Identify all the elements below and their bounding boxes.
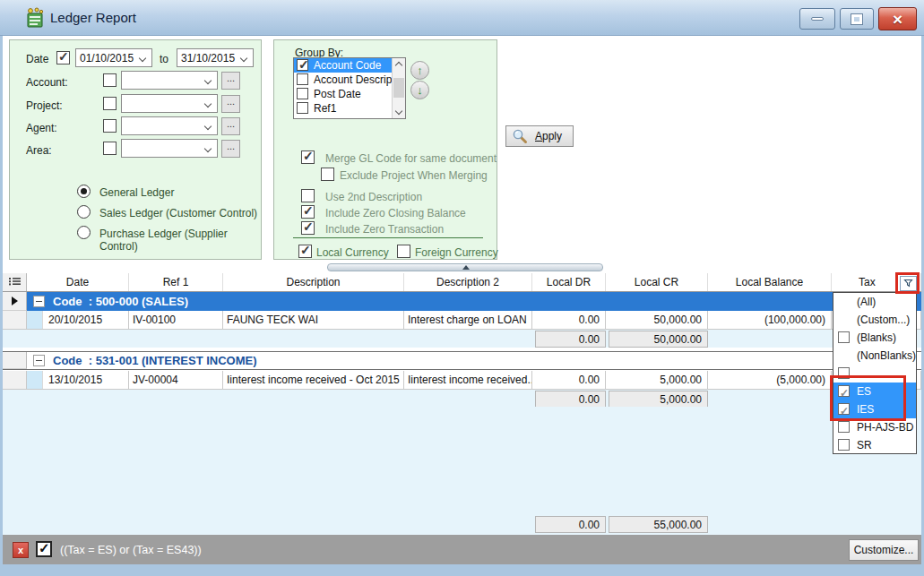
row-selector-header[interactable] (3, 273, 27, 291)
exclude-project-checkbox[interactable] (321, 168, 334, 181)
scroll-up-icon[interactable] (395, 62, 402, 69)
column-header-local-balance[interactable]: Local Balance (708, 273, 832, 291)
collapse-up-icon (462, 265, 470, 270)
area-checkbox[interactable] (103, 142, 117, 155)
apply-button[interactable]: Apply (505, 125, 574, 147)
area-browse-button[interactable]: ... (221, 140, 240, 158)
tax-filter-option-all[interactable]: (All) (833, 293, 916, 311)
tax-filter-option-custom[interactable]: (Custom...) (833, 311, 916, 329)
cell-date[interactable]: 13/10/2015 (27, 371, 129, 390)
account-dropdown[interactable] (121, 71, 218, 90)
row-gutter[interactable] (3, 371, 27, 390)
column-header-description2[interactable]: Description 2 (404, 273, 532, 291)
cell-local-dr[interactable]: 0.00 (532, 311, 606, 330)
scrollbar-thumb[interactable] (393, 78, 404, 98)
exclude-project-label: Exclude Project When Merging (340, 169, 488, 182)
agent-dropdown[interactable] (121, 116, 218, 135)
collapse-minus-icon[interactable] (33, 296, 45, 307)
account-code-checkbox[interactable] (297, 59, 308, 71)
cell-local-dr[interactable]: 0.00 (532, 371, 606, 390)
project-checkbox[interactable] (103, 97, 117, 110)
tax-filter-dropdown: (All) (Custom...) (Blanks) (NonBlanks) E… (833, 292, 917, 454)
minimize-button[interactable] (799, 8, 835, 30)
summary-local-cr: 50,000.00 (609, 331, 708, 348)
cell-local-cr[interactable]: 5,000.00 (606, 371, 708, 390)
agent-browse-button[interactable]: ... (221, 117, 240, 135)
table-row[interactable]: 13/10/2015 JV-00004 Iinterest income rec… (3, 371, 921, 390)
move-up-button[interactable]: ↑ (410, 61, 429, 80)
tax-filter-option-ph-ajs-bd[interactable]: PH-AJS-BD (833, 418, 916, 436)
row-gutter[interactable] (3, 311, 27, 330)
area-dropdown[interactable] (121, 139, 218, 158)
cell-ref1[interactable]: IV-00100 (129, 311, 223, 330)
ph-ajs-bd-checkbox[interactable] (838, 421, 850, 433)
row-gutter[interactable] (3, 352, 27, 369)
splitter-handle[interactable] (327, 263, 603, 271)
post-date-checkbox[interactable] (297, 88, 308, 99)
local-currency-checkbox[interactable] (298, 245, 312, 258)
filter-enabled-checkbox[interactable] (36, 541, 52, 557)
group-by-item-account-code[interactable]: Account Code (294, 58, 405, 73)
cell-description[interactable]: FAUNG TECK WAI (223, 311, 404, 330)
account-checkbox[interactable] (103, 73, 117, 87)
window-title: Ledger Report (50, 10, 136, 25)
include-zero-transaction-checkbox[interactable] (301, 221, 315, 235)
group-by-scrollbar[interactable] (392, 58, 405, 118)
ref1-checkbox[interactable] (297, 102, 308, 114)
move-down-button[interactable]: ↓ (410, 81, 429, 99)
remove-filter-button[interactable]: x (13, 542, 29, 558)
date-checkbox[interactable] (56, 51, 70, 64)
use-2nd-description-checkbox[interactable] (301, 189, 315, 202)
tax-filter-option-sr[interactable]: SR (833, 436, 916, 454)
group-header-text: Code : 531-001 (INTEREST INCOME) (53, 354, 257, 367)
cell-date[interactable]: 20/10/2015 (27, 311, 129, 330)
cell-local-cr[interactable]: 50,000.00 (606, 311, 708, 330)
cell-local-balance[interactable]: (5,000.00) (708, 371, 832, 390)
agent-checkbox[interactable] (103, 119, 117, 133)
title-bar: Ledger Report × (0, 0, 924, 36)
tax-filter-option-blanks[interactable]: (Blanks) (833, 329, 916, 347)
column-header-ref1[interactable]: Ref 1 (129, 273, 223, 291)
tax-filter-option-nonblanks[interactable]: (NonBlanks) (833, 347, 916, 365)
date-to-dropdown[interactable]: 31/10/2015 (177, 48, 254, 67)
date-from-dropdown[interactable]: 01/10/2015 (75, 48, 152, 67)
sales-ledger-radio[interactable] (77, 205, 91, 219)
filter-expression: ((Tax = ES) or (Tax = ES43)) (60, 544, 202, 556)
purchase-ledger-radio[interactable] (77, 226, 91, 239)
cell-ref1[interactable]: JV-00004 (129, 371, 223, 390)
group-by-item-ref1[interactable]: Ref1 (294, 101, 405, 116)
group-by-item-post-date[interactable]: Post Date (294, 87, 405, 101)
maximize-button[interactable] (840, 8, 874, 30)
table-row[interactable]: 20/10/2015 IV-00100 FAUNG TECK WAI Inter… (3, 311, 921, 330)
sr-checkbox[interactable] (838, 439, 850, 451)
agent-label: Agent: (26, 122, 57, 134)
include-zero-closing-checkbox[interactable] (301, 205, 315, 219)
cell-description2[interactable]: Interest charge on LOAN (404, 311, 532, 330)
group-row-interest-income[interactable]: Code : 531-001 (INTEREST INCOME) (3, 351, 921, 370)
group-row-sales[interactable]: Code : 500-000 (SALES) (3, 292, 921, 311)
close-button[interactable]: × (878, 7, 917, 30)
group-by-item-account-descrip[interactable]: Account Descrip (294, 73, 405, 87)
account-browse-button[interactable]: ... (221, 72, 240, 90)
project-browse-button[interactable]: ... (221, 95, 240, 113)
column-header-description[interactable]: Description (223, 273, 404, 291)
annotation-box-filter-button (895, 272, 920, 294)
account-descrip-checkbox[interactable] (297, 73, 308, 85)
column-header-date[interactable]: Date (27, 273, 129, 291)
scroll-down-icon[interactable] (395, 107, 402, 115)
column-header-local-cr[interactable]: Local CR (606, 273, 708, 291)
total-local-cr: 55,000.00 (609, 516, 708, 533)
foreign-currency-checkbox[interactable] (397, 245, 410, 258)
column-header-local-dr[interactable]: Local DR (532, 273, 606, 291)
project-label: Project: (26, 99, 63, 112)
cell-description2[interactable]: Iinterest income received... (404, 371, 532, 390)
cell-local-balance[interactable]: (100,000.00) (708, 311, 832, 330)
chevron-down-icon (204, 145, 212, 152)
general-ledger-radio[interactable] (77, 185, 91, 198)
blanks-checkbox[interactable] (838, 331, 850, 343)
merge-gl-code-checkbox[interactable] (301, 150, 315, 164)
customize-button[interactable]: Customize... (849, 539, 919, 561)
cell-description[interactable]: Iinterest income received - Oct 2015 (223, 371, 404, 390)
project-dropdown[interactable] (121, 94, 218, 113)
collapse-minus-icon[interactable] (33, 355, 45, 366)
